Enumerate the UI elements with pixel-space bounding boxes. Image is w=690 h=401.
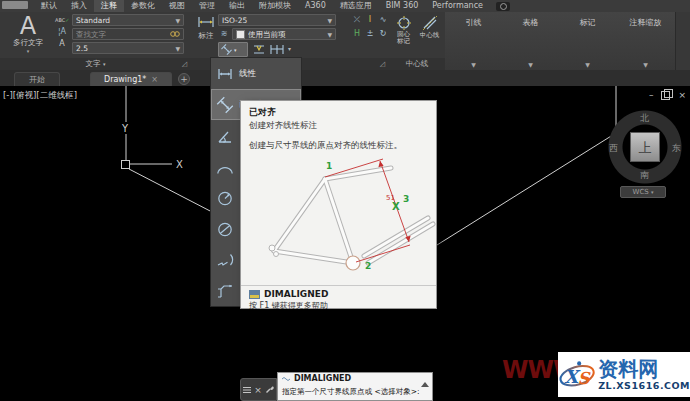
viewcube-top-face[interactable]: 上 [630,132,660,162]
panel-annotation-scaling[interactable]: 注释缩放 ▼ [616,12,676,70]
chevron-down-icon: ▼ [616,61,675,68]
tolerance-icon[interactable]: ± [364,28,376,40]
viewcube-east[interactable]: 东 [672,142,681,155]
viewcube-west[interactable]: 西 [609,142,618,155]
xs-logo-icon: X S [558,353,596,397]
viewcube-south[interactable]: 南 [640,169,649,182]
tooltip-figure: 51 1 2 3 X [243,157,436,283]
watermark-logo: X S 资料网 ZL.XS1616.COM [558,352,690,397]
tab-addins[interactable]: 附加模块 [252,0,298,12]
panel-text-footer[interactable]: 文字 ▾ ◿ [0,58,191,70]
ucs-x-label: X [176,159,183,170]
tab-default[interactable]: 默认 [34,0,64,12]
binoculars-icon [170,30,180,38]
tab-annotate[interactable]: 注释 [94,0,124,12]
ribbon-tab-bar: 默认 插入 注释 参数化 视图 管理 输出 附加模块 A360 精选应用 BIM… [0,0,690,12]
command-icon [282,375,291,382]
minimize-icon[interactable]: – [649,90,654,100]
text-align-icon[interactable]: ¦A [55,26,69,38]
mtext-button[interactable]: A 多行文字 ▾ [4,14,52,54]
aligned-dimension-tooltip: 已对齐 创建对齐线性标注 创建与尺寸界线的原点对齐的线性标注。 [240,100,437,309]
spell-check-icon[interactable]: ABC✓ [55,14,69,26]
file-tab-start[interactable]: 开始 [14,72,60,86]
panel-centerline-footer[interactable]: 中心线 [389,58,445,70]
text-style-value: Standard [76,15,173,26]
inspect-icon[interactable]: Η [351,28,363,40]
figure-cursor-x: X [392,201,400,212]
expand-history-icon[interactable] [421,382,429,387]
tab-view[interactable]: 视图 [162,0,192,12]
menu-item-linear-label: 线性 [239,68,256,80]
dimension-icon [196,15,216,31]
file-tab-drawing1[interactable]: Drawing1*× [90,72,172,86]
close-icon[interactable]: × [678,90,686,100]
dimension-split-button[interactable]: ▾ [218,42,248,57]
dimension-button-label: 标注 [193,31,219,41]
close-icon[interactable]: × [151,75,158,84]
file-tab-bar: 开始 Drawing1*× + [0,70,690,86]
customize-icon[interactable] [243,386,251,394]
break-dimension-icon[interactable]: ⤫ [351,14,363,26]
dimension-button[interactable]: 标注 [193,15,219,41]
dialog-launcher-icon[interactable]: ◿ [181,61,188,68]
panel-leader-label: 引线 [445,17,502,28]
panel-table[interactable]: 表格 ▼ [502,12,560,70]
diameter-dimension-icon [211,219,239,239]
text-tools-column: ABC✓ ¦A A [55,14,69,50]
chevron-down-icon: ▼ [502,61,559,68]
dim-style-value: ISO-25 [222,15,325,26]
find-text-input[interactable]: 查找文字 [72,28,184,40]
tab-output[interactable]: 输出 [222,0,252,12]
tooltip-command-name: DIMALIGNED [264,289,328,299]
text-style-select[interactable]: Standard ▼ [72,14,184,26]
panel-leader[interactable]: 引线 ▼ [445,12,503,70]
dialog-launcher-icon[interactable]: ◿ [379,61,386,68]
quick-dimension-icon[interactable] [252,43,266,56]
chevron-down-icon[interactable]: ▾ [288,45,291,52]
tab-a360[interactable]: A360 [298,0,333,12]
tab-performance[interactable]: Performance [425,0,490,12]
tooltip-help-text: 按 F1 键获得更多帮助 [249,300,328,311]
ordinate-dimension-icon [211,281,239,301]
chevron-down-icon: ▼ [175,15,180,26]
chevron-down-icon: ▼ [175,43,180,54]
ribbon-options-icon[interactable] [496,2,510,11]
close-icon[interactable]: × [254,385,262,395]
continue-dimension-icon[interactable] [269,43,285,56]
dim-style-select[interactable]: ISO-25 ▼ [218,14,336,26]
jog-line-icon[interactable]: ∿ [377,14,389,26]
chevron-down-icon: ▼ [559,61,616,68]
text-height-select[interactable]: 2.5 ▼ [72,42,184,54]
new-drawing-button[interactable]: + [178,73,190,85]
center-mark-button[interactable]: 圆心 标记 [391,15,416,45]
watermark-site-url: ZL.XS1616.COM [598,380,690,391]
viewcube[interactable]: 北 南 西 东 上 [607,109,683,185]
centerline-icon [422,15,438,31]
chevron-down-icon: ▼ [445,61,502,68]
tab-manage[interactable]: 管理 [192,0,222,12]
text-height-icon[interactable]: A [55,38,69,50]
tab-bim360[interactable]: BIM 360 [379,0,426,12]
menu-item-linear[interactable]: 线性 [211,58,301,89]
quick-access-toolbar[interactable] [2,1,28,9]
aligned-dimension-icon [211,95,239,115]
drawing-window-controls: – × [649,90,686,100]
wcs-dropdown[interactable]: WCS ▾ [620,186,666,198]
adjust-spacing-icon[interactable]: Ι [364,14,376,26]
tab-insert[interactable]: 插入 [64,0,94,12]
tab-parametric[interactable]: 参数化 [124,0,162,12]
tab-featured-apps[interactable]: 精选应用 [333,0,379,12]
command-prompt[interactable]: 指定第一个尺寸界线原点或 <选择对象>: [282,387,419,397]
centerline-button[interactable]: 中心线 [417,15,442,40]
chevron-down-icon[interactable]: ▾ [234,47,237,53]
tooltip-separator [241,285,436,286]
viewcube-north[interactable]: 北 [640,112,649,125]
restore-icon[interactable] [661,91,670,100]
dim-layer-select[interactable]: 使用当前项 ▼ [232,28,336,40]
update-dimension-icon[interactable]: ↻ [377,28,389,40]
panel-markup-label: 标记 [559,17,616,28]
panel-markup[interactable]: 标记 ▼ [559,12,617,70]
wrench-icon[interactable] [265,385,274,394]
command-line-window[interactable]: DIMALIGNED 指定第一个尺寸界线原点或 <选择对象>: [277,372,433,401]
wcs-label: WCS [632,188,648,196]
